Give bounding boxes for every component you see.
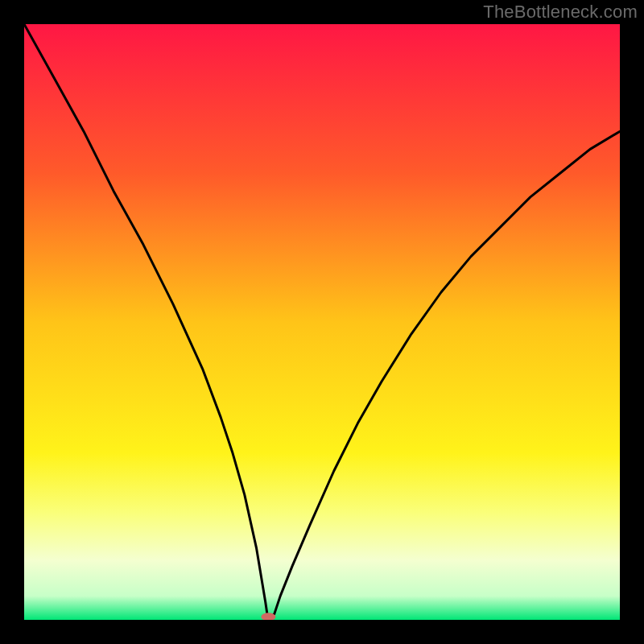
- plot-area: [24, 24, 620, 620]
- bottleneck-chart: [24, 24, 620, 620]
- gradient-rect: [24, 24, 620, 620]
- chart-frame: TheBottleneck.com: [0, 0, 644, 644]
- watermark-text: TheBottleneck.com: [483, 2, 638, 23]
